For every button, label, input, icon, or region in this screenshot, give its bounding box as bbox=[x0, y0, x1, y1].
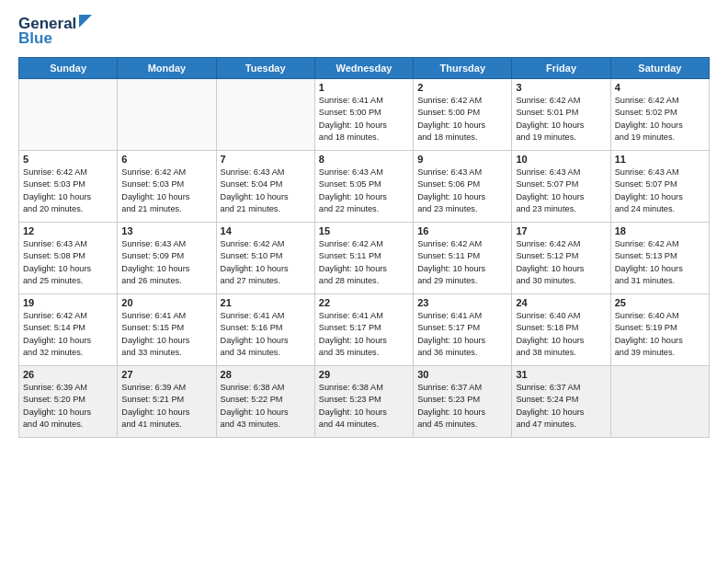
calendar-cell: 26Sunrise: 6:39 AM Sunset: 5:20 PM Dayli… bbox=[19, 366, 118, 438]
calendar-cell: 4Sunrise: 6:42 AM Sunset: 5:02 PM Daylig… bbox=[610, 79, 709, 151]
day-info: Sunrise: 6:42 AM Sunset: 5:00 PM Dayligh… bbox=[417, 95, 507, 144]
weekday-header-friday: Friday bbox=[512, 58, 610, 79]
day-number: 18 bbox=[615, 225, 705, 236]
day-number: 28 bbox=[221, 369, 311, 380]
calendar-table: SundayMondayTuesdayWednesdayThursdayFrid… bbox=[18, 57, 710, 438]
day-number: 8 bbox=[319, 154, 409, 165]
day-info: Sunrise: 6:42 AM Sunset: 5:03 PM Dayligh… bbox=[121, 167, 211, 215]
weekday-header-wednesday: Wednesday bbox=[314, 58, 413, 79]
calendar-cell: 27Sunrise: 6:39 AM Sunset: 5:21 PM Dayli… bbox=[118, 366, 216, 438]
svg-marker-0 bbox=[79, 15, 92, 28]
day-number: 15 bbox=[319, 225, 409, 236]
day-info: Sunrise: 6:38 AM Sunset: 5:22 PM Dayligh… bbox=[221, 382, 311, 431]
day-info: Sunrise: 6:43 AM Sunset: 5:08 PM Dayligh… bbox=[23, 238, 113, 287]
calendar-cell: 1Sunrise: 6:41 AM Sunset: 5:00 PM Daylig… bbox=[314, 79, 413, 151]
calendar-week-3: 12Sunrise: 6:43 AM Sunset: 5:08 PM Dayli… bbox=[19, 223, 710, 294]
day-number: 24 bbox=[516, 297, 606, 308]
calendar-cell: 23Sunrise: 6:41 AM Sunset: 5:17 PM Dayli… bbox=[414, 294, 512, 366]
day-info: Sunrise: 6:42 AM Sunset: 5:12 PM Dayligh… bbox=[516, 238, 606, 287]
day-info: Sunrise: 6:40 AM Sunset: 5:18 PM Dayligh… bbox=[516, 310, 606, 359]
day-info: Sunrise: 6:43 AM Sunset: 5:07 PM Dayligh… bbox=[615, 167, 705, 215]
day-number: 23 bbox=[417, 297, 507, 308]
day-info: Sunrise: 6:41 AM Sunset: 5:17 PM Dayligh… bbox=[417, 310, 507, 359]
weekday-header-tuesday: Tuesday bbox=[216, 58, 314, 79]
calendar-cell: 30Sunrise: 6:37 AM Sunset: 5:23 PM Dayli… bbox=[414, 366, 512, 438]
day-info: Sunrise: 6:41 AM Sunset: 5:15 PM Dayligh… bbox=[121, 310, 211, 359]
day-info: Sunrise: 6:42 AM Sunset: 5:01 PM Dayligh… bbox=[516, 95, 606, 144]
calendar-cell: 11Sunrise: 6:43 AM Sunset: 5:07 PM Dayli… bbox=[610, 151, 709, 223]
day-info: Sunrise: 6:43 AM Sunset: 5:09 PM Dayligh… bbox=[121, 238, 211, 287]
calendar-cell bbox=[19, 79, 118, 151]
day-number: 19 bbox=[23, 297, 113, 308]
day-number: 31 bbox=[516, 369, 606, 380]
calendar-cell: 8Sunrise: 6:43 AM Sunset: 5:05 PM Daylig… bbox=[314, 151, 413, 223]
calendar-cell: 25Sunrise: 6:40 AM Sunset: 5:19 PM Dayli… bbox=[610, 294, 709, 366]
calendar-week-1: 1Sunrise: 6:41 AM Sunset: 5:00 PM Daylig… bbox=[19, 79, 710, 151]
calendar-cell: 10Sunrise: 6:43 AM Sunset: 5:07 PM Dayli… bbox=[512, 151, 610, 223]
day-info: Sunrise: 6:41 AM Sunset: 5:00 PM Dayligh… bbox=[319, 95, 409, 144]
day-info: Sunrise: 6:43 AM Sunset: 5:05 PM Dayligh… bbox=[319, 167, 409, 215]
calendar-week-5: 26Sunrise: 6:39 AM Sunset: 5:20 PM Dayli… bbox=[19, 366, 710, 438]
day-number: 13 bbox=[121, 225, 211, 236]
calendar-cell: 28Sunrise: 6:38 AM Sunset: 5:22 PM Dayli… bbox=[216, 366, 314, 438]
day-number: 26 bbox=[23, 369, 113, 380]
calendar-cell bbox=[610, 366, 709, 438]
calendar-cell: 15Sunrise: 6:42 AM Sunset: 5:11 PM Dayli… bbox=[314, 223, 413, 294]
calendar-cell: 6Sunrise: 6:42 AM Sunset: 5:03 PM Daylig… bbox=[118, 151, 216, 223]
day-info: Sunrise: 6:42 AM Sunset: 5:03 PM Dayligh… bbox=[23, 167, 113, 215]
calendar-cell: 2Sunrise: 6:42 AM Sunset: 5:00 PM Daylig… bbox=[414, 79, 512, 151]
day-info: Sunrise: 6:42 AM Sunset: 5:13 PM Dayligh… bbox=[615, 238, 705, 287]
day-number: 4 bbox=[615, 82, 705, 93]
calendar-week-2: 5Sunrise: 6:42 AM Sunset: 5:03 PM Daylig… bbox=[19, 151, 710, 223]
weekday-header-row: SundayMondayTuesdayWednesdayThursdayFrid… bbox=[19, 58, 710, 79]
day-number: 3 bbox=[516, 82, 606, 93]
weekday-header-sunday: Sunday bbox=[19, 58, 118, 79]
day-number: 6 bbox=[121, 154, 211, 165]
day-number: 22 bbox=[319, 297, 409, 308]
page-container: General Blue SundayMondayTuesdayWednesda… bbox=[0, 0, 728, 447]
weekday-header-saturday: Saturday bbox=[610, 58, 709, 79]
day-number: 11 bbox=[615, 154, 705, 165]
calendar-cell: 21Sunrise: 6:41 AM Sunset: 5:16 PM Dayli… bbox=[216, 294, 314, 366]
day-info: Sunrise: 6:42 AM Sunset: 5:10 PM Dayligh… bbox=[221, 238, 311, 287]
day-number: 21 bbox=[221, 297, 311, 308]
day-number: 9 bbox=[417, 154, 507, 165]
calendar-cell: 31Sunrise: 6:37 AM Sunset: 5:24 PM Dayli… bbox=[512, 366, 610, 438]
logo: General Blue bbox=[18, 15, 92, 48]
calendar-cell: 16Sunrise: 6:42 AM Sunset: 5:11 PM Dayli… bbox=[414, 223, 512, 294]
day-number: 7 bbox=[221, 154, 311, 165]
day-number: 27 bbox=[121, 369, 211, 380]
calendar-cell: 24Sunrise: 6:40 AM Sunset: 5:18 PM Dayli… bbox=[512, 294, 610, 366]
day-info: Sunrise: 6:42 AM Sunset: 5:02 PM Dayligh… bbox=[615, 95, 705, 144]
day-info: Sunrise: 6:37 AM Sunset: 5:23 PM Dayligh… bbox=[417, 382, 507, 431]
weekday-header-thursday: Thursday bbox=[414, 58, 512, 79]
calendar-cell: 18Sunrise: 6:42 AM Sunset: 5:13 PM Dayli… bbox=[610, 223, 709, 294]
calendar-cell: 29Sunrise: 6:38 AM Sunset: 5:23 PM Dayli… bbox=[314, 366, 413, 438]
day-info: Sunrise: 6:41 AM Sunset: 5:16 PM Dayligh… bbox=[221, 310, 311, 359]
day-info: Sunrise: 6:42 AM Sunset: 5:14 PM Dayligh… bbox=[23, 310, 113, 359]
weekday-header-monday: Monday bbox=[118, 58, 216, 79]
logo-blue: Blue bbox=[18, 29, 52, 48]
day-info: Sunrise: 6:37 AM Sunset: 5:24 PM Dayligh… bbox=[516, 382, 606, 431]
day-number: 10 bbox=[516, 154, 606, 165]
calendar-cell: 5Sunrise: 6:42 AM Sunset: 5:03 PM Daylig… bbox=[19, 151, 118, 223]
day-info: Sunrise: 6:43 AM Sunset: 5:06 PM Dayligh… bbox=[417, 167, 507, 215]
day-number: 2 bbox=[417, 82, 507, 93]
calendar-cell: 20Sunrise: 6:41 AM Sunset: 5:15 PM Dayli… bbox=[118, 294, 216, 366]
day-number: 14 bbox=[221, 225, 311, 236]
day-number: 30 bbox=[417, 369, 507, 380]
header: General Blue bbox=[18, 15, 710, 48]
calendar-cell: 17Sunrise: 6:42 AM Sunset: 5:12 PM Dayli… bbox=[512, 223, 610, 294]
day-number: 16 bbox=[417, 225, 507, 236]
day-info: Sunrise: 6:43 AM Sunset: 5:04 PM Dayligh… bbox=[221, 167, 311, 215]
calendar-cell: 22Sunrise: 6:41 AM Sunset: 5:17 PM Dayli… bbox=[314, 294, 413, 366]
day-info: Sunrise: 6:38 AM Sunset: 5:23 PM Dayligh… bbox=[319, 382, 409, 431]
day-info: Sunrise: 6:39 AM Sunset: 5:21 PM Dayligh… bbox=[121, 382, 211, 431]
calendar-cell: 14Sunrise: 6:42 AM Sunset: 5:10 PM Dayli… bbox=[216, 223, 314, 294]
day-number: 1 bbox=[319, 82, 409, 93]
calendar-cell bbox=[216, 79, 314, 151]
day-number: 17 bbox=[516, 225, 606, 236]
calendar-cell: 19Sunrise: 6:42 AM Sunset: 5:14 PM Dayli… bbox=[19, 294, 118, 366]
day-number: 5 bbox=[23, 154, 113, 165]
day-number: 12 bbox=[23, 225, 113, 236]
